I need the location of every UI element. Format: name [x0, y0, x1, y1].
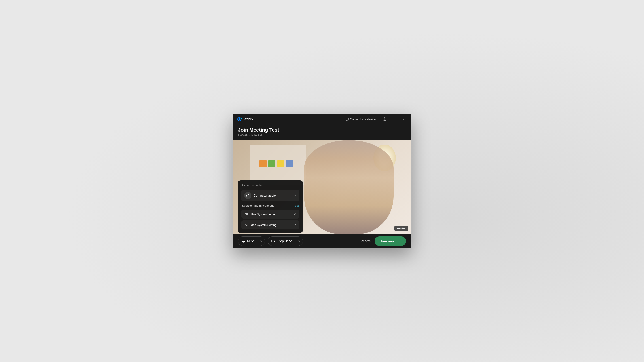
video-camera-icon — [272, 239, 276, 243]
computer-audio-label: Computer audio — [254, 194, 293, 197]
meeting-time: 9:00 AM - 9:10 AM — [238, 134, 406, 137]
audio-connection-label: Audio connection — [242, 184, 299, 187]
svg-point-5 — [384, 120, 385, 120]
svg-point-1 — [241, 118, 242, 119]
speaker-mic-label: Speaker and microphone — [242, 204, 274, 207]
meeting-header: Join Meeting Test 9:00 AM - 9:10 AM — [232, 124, 412, 140]
speaker-mic-row: Speaker and microphone Test — [242, 204, 299, 207]
computer-audio-chevron-icon — [293, 194, 296, 197]
svg-rect-3 — [345, 118, 348, 120]
mute-mic-icon — [242, 239, 245, 243]
note-blue — [286, 160, 294, 167]
window-controls — [392, 115, 407, 123]
computer-audio-dropdown[interactable]: Computer audio — [242, 190, 299, 201]
mic-chevron-icon — [293, 223, 296, 227]
mic-icon — [244, 223, 249, 227]
speaker-setting-label: Use System Setting — [251, 213, 293, 216]
note-green — [268, 160, 276, 167]
microphone-icon — [245, 223, 248, 226]
video-control-group: Stop video — [268, 236, 303, 246]
video-chevron-icon — [298, 240, 300, 242]
test-link[interactable]: Test — [294, 204, 299, 207]
mute-chevron-button[interactable] — [258, 236, 265, 246]
mute-label: Mute — [247, 239, 254, 243]
speaker-chevron-icon — [293, 212, 296, 216]
svg-rect-6 — [246, 196, 247, 197]
app-window: Webex Connect to a device — [232, 114, 412, 248]
svg-rect-10 — [272, 240, 274, 242]
bottom-bar: Mute Stop video — [232, 234, 412, 248]
computer-audio-icon — [244, 192, 251, 199]
join-meeting-button[interactable]: Join meeting — [374, 236, 406, 246]
mute-control-group: Mute — [238, 236, 265, 246]
mic-setting-label: Use System Setting — [251, 223, 293, 227]
app-title: Webex — [244, 117, 253, 121]
video-area: Preview Audio connection Computer audio — [232, 140, 412, 234]
svg-rect-8 — [246, 223, 247, 225]
connect-device-label: Connect to a device — [350, 117, 376, 121]
sticky-notes — [260, 160, 294, 167]
help-button[interactable] — [381, 115, 388, 123]
minimize-icon — [394, 118, 397, 120]
title-bar-left: Webex — [237, 117, 253, 122]
webex-logo-icon — [237, 117, 242, 122]
close-button[interactable] — [400, 115, 407, 123]
mute-button[interactable]: Mute — [238, 236, 258, 246]
note-orange — [260, 160, 266, 167]
bottom-right-controls: Ready? Join meeting — [361, 236, 406, 246]
note-yellow — [277, 160, 284, 167]
mute-chevron-icon — [260, 240, 262, 242]
person-silhouette — [304, 140, 394, 234]
connect-device-button[interactable]: Connect to a device — [343, 116, 378, 122]
stop-video-label: Stop video — [277, 239, 292, 243]
preview-badge: Preview — [394, 226, 408, 231]
volume-icon — [245, 212, 248, 216]
stop-video-button[interactable]: Stop video — [268, 236, 296, 246]
title-bar-right: Connect to a device — [343, 115, 407, 123]
monitor-icon — [345, 117, 348, 121]
headset-icon — [246, 194, 250, 198]
speaker-icon — [244, 212, 249, 216]
minimize-button[interactable] — [392, 115, 399, 123]
speaker-setting-dropdown[interactable]: Use System Setting — [242, 210, 299, 219]
close-icon — [402, 118, 405, 120]
meeting-title: Join Meeting Test — [238, 127, 406, 133]
video-chevron-button[interactable] — [296, 236, 303, 246]
svg-point-2 — [239, 118, 240, 120]
ready-text: Ready? — [361, 239, 372, 243]
svg-rect-9 — [243, 240, 244, 242]
audio-panel: Audio connection Computer audio — [238, 180, 303, 233]
help-icon — [383, 117, 386, 121]
title-bar: Webex Connect to a device — [232, 114, 412, 124]
bottom-left-controls: Mute Stop video — [238, 236, 303, 246]
mic-setting-dropdown[interactable]: Use System Setting — [242, 220, 299, 229]
